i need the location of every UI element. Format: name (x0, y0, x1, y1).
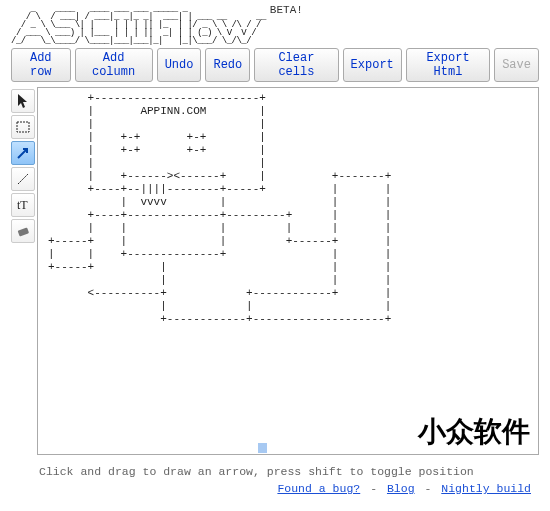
rectangle-icon (15, 119, 31, 135)
arrow-icon (15, 145, 31, 161)
text-icon: tT (15, 197, 31, 213)
erase-tool[interactable] (11, 219, 35, 243)
svg-line-1 (18, 149, 27, 158)
footer-links: Found a bug? - Blog - Nightly build (13, 482, 537, 495)
export-html-button[interactable]: Export Html (406, 48, 490, 82)
add-row-button[interactable]: Add row (11, 48, 71, 82)
separator: - (424, 482, 438, 495)
horizontal-scroll-thumb[interactable] (258, 443, 267, 453)
undo-button[interactable]: Undo (157, 48, 202, 82)
svg-rect-0 (17, 122, 29, 132)
export-button[interactable]: Export (343, 48, 402, 82)
pointer-tool[interactable] (11, 89, 35, 113)
arrow-tool[interactable] (11, 141, 35, 165)
nightly-build-link[interactable]: Nightly build (441, 482, 531, 495)
status-text: Click and drag to draw an arrow, press s… (39, 465, 537, 478)
svg-line-2 (18, 174, 28, 184)
svg-text:tT: tT (17, 198, 28, 212)
rectangle-tool[interactable] (11, 115, 35, 139)
save-button[interactable]: Save (494, 48, 539, 82)
svg-rect-4 (18, 227, 29, 236)
app-logo: _ ____ ____ ___ ___ _____ _ / \ / ___| /… (11, 5, 266, 45)
drawing-canvas[interactable]: +-------------------------+ | APPINN.COM… (37, 87, 539, 455)
separator: - (370, 482, 384, 495)
tool-pane: tT (11, 87, 37, 455)
line-tool[interactable] (11, 167, 35, 191)
line-icon (15, 171, 31, 187)
text-tool[interactable]: tT (11, 193, 35, 217)
erase-icon (15, 223, 31, 239)
found-bug-link[interactable]: Found a bug? (277, 482, 360, 495)
beta-badge: BETA! (270, 4, 303, 16)
ascii-content: +-------------------------+ | APPINN.COM… (38, 88, 538, 330)
add-column-button[interactable]: Add column (75, 48, 153, 82)
cursor-icon (15, 93, 31, 109)
blog-link[interactable]: Blog (387, 482, 415, 495)
redo-button[interactable]: Redo (205, 48, 250, 82)
clear-cells-button[interactable]: Clear cells (254, 48, 338, 82)
main-toolbar: Add row Add column Undo Redo Clear cells… (3, 45, 547, 87)
